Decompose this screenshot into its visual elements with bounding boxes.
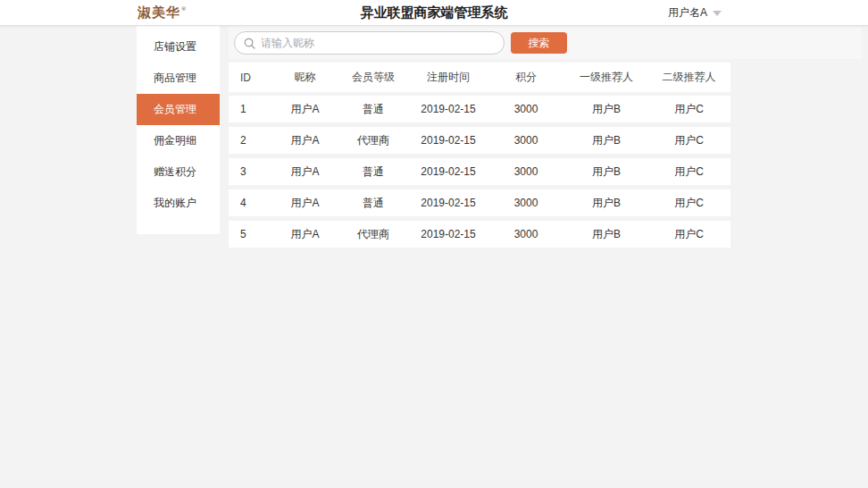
sidebar-item-4[interactable]: 赠送积分	[137, 156, 220, 188]
table-cell: 用户B	[565, 227, 647, 242]
table-cell: 3000	[487, 134, 565, 147]
search-input[interactable]	[261, 37, 495, 49]
table-cell: 代理商	[337, 133, 410, 148]
sidebar-item-0[interactable]: 店铺设置	[137, 31, 220, 63]
search-panel: 搜索	[229, 26, 862, 59]
table-cell: 3	[229, 165, 273, 178]
table-cell: 普通	[337, 102, 410, 117]
page-title: 异业联盟商家端管理系统	[0, 0, 868, 26]
member-table: ID昵称会员等级注册时间积分一级推荐人二级推荐人 1用户A普通2019-02-1…	[229, 63, 730, 252]
table-cell: 3000	[487, 197, 565, 209]
sidebar-item-3[interactable]: 佣金明细	[137, 125, 220, 156]
table-row: 3用户A普通2019-02-153000用户B用户C	[229, 158, 730, 185]
table-row: 5用户A代理商2019-02-153000用户B用户C	[229, 221, 730, 248]
table-cell: 普通	[337, 164, 410, 180]
registered-trademark-icon: ®	[181, 5, 187, 13]
column-header-6: 二级推荐人	[647, 70, 730, 85]
table-cell: 用户C	[647, 164, 730, 180]
column-header-3: 注册时间	[410, 70, 487, 85]
brand-logo: 淑美华®	[138, 0, 187, 26]
column-header-2: 会员等级	[337, 70, 410, 85]
search-button[interactable]: 搜索	[511, 32, 567, 54]
table-cell: 代理商	[337, 227, 410, 242]
table-row: 4用户A普通2019-02-153000用户B用户C	[229, 189, 730, 216]
table-header-row: ID昵称会员等级注册时间积分一级推荐人二级推荐人	[229, 63, 730, 92]
table-cell: 2	[229, 134, 273, 147]
sidebar-item-5[interactable]: 我的账户	[137, 188, 220, 219]
sidebar-nav: 店铺设置商品管理会员管理佣金明细赠送积分我的账户	[137, 26, 220, 234]
sidebar-item-2[interactable]: 会员管理	[137, 94, 220, 125]
table-cell: 用户C	[647, 196, 730, 211]
column-header-5: 一级推荐人	[565, 70, 647, 85]
table-cell: 用户C	[647, 133, 730, 148]
table-cell: 3000	[487, 103, 565, 115]
table-cell: 用户A	[273, 102, 337, 117]
brand-logo-text: 淑美华	[138, 4, 180, 21]
table-row: 2用户A代理商2019-02-153000用户B用户C	[229, 127, 730, 154]
table-cell: 1	[229, 103, 273, 115]
table-cell: 用户B	[565, 133, 647, 148]
table-cell: 2019-02-15	[410, 134, 487, 147]
table-cell: 2019-02-15	[410, 165, 487, 178]
user-dropdown[interactable]: 用户名A	[668, 0, 722, 26]
table-cell: 5	[229, 228, 273, 240]
table-cell: 用户A	[273, 196, 337, 211]
table-cell: 用户B	[565, 102, 647, 117]
column-header-4: 积分	[487, 70, 565, 85]
table-cell: 2019-02-15	[410, 197, 487, 209]
user-name-label: 用户名A	[668, 5, 707, 21]
table-cell: 用户A	[273, 133, 337, 148]
table-cell: 用户B	[565, 196, 647, 211]
table-cell: 普通	[337, 196, 410, 211]
top-header: 淑美华® 异业联盟商家端管理系统 用户名A	[0, 0, 868, 26]
column-header-0: ID	[229, 72, 273, 84]
sidebar-item-1[interactable]: 商品管理	[137, 63, 220, 94]
table-cell: 用户A	[273, 164, 337, 180]
table-cell: 用户C	[647, 227, 730, 242]
table-cell: 2019-02-15	[410, 103, 487, 115]
table-cell: 用户C	[647, 102, 730, 117]
table-cell: 4	[229, 197, 273, 209]
search-input-wrap	[234, 31, 505, 55]
search-icon	[244, 38, 255, 49]
table-cell: 3000	[487, 228, 565, 240]
table-cell: 用户A	[273, 227, 337, 242]
table-cell: 用户B	[565, 164, 647, 180]
table-cell: 3000	[487, 165, 565, 178]
chevron-down-icon	[713, 11, 722, 16]
table-row: 1用户A普通2019-02-153000用户B用户C	[229, 96, 730, 122]
column-header-1: 昵称	[273, 70, 337, 85]
table-cell: 2019-02-15	[410, 228, 487, 240]
